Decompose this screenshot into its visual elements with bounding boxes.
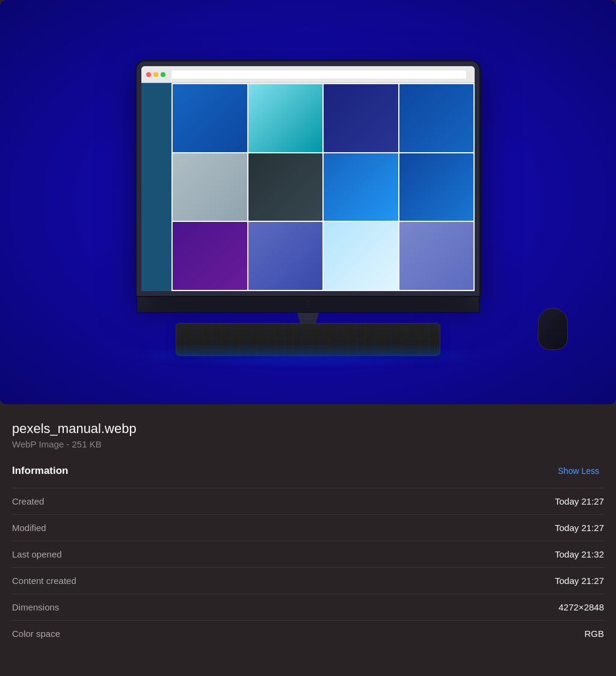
photo-cell-6 (248, 153, 323, 221)
info-section: pexels_manual.webp WebP Image - 251 KB I… (0, 404, 616, 659)
imac-chin:  (137, 296, 479, 313)
info-table: Created Today 21:27 Modified Today 21:27… (12, 488, 604, 647)
info-value: Today 21:27 (347, 515, 604, 541)
table-row: Color space RGB (12, 621, 604, 647)
table-row: Modified Today 21:27 (12, 515, 604, 541)
browser-sidebar (141, 83, 171, 291)
photo-cell-1 (173, 84, 247, 152)
info-label: Content created (12, 568, 347, 594)
info-section-title: Information (12, 465, 69, 477)
photo-cell-3 (324, 84, 398, 152)
monitor-screen (141, 66, 475, 291)
window-maximize-dot (161, 72, 165, 77)
table-row: Dimensions 4272×2848 (12, 594, 604, 621)
browser-bar (141, 66, 475, 83)
browser-url-bar (171, 70, 466, 79)
keyboard-glow (176, 343, 440, 355)
photo-cell-5 (173, 153, 247, 221)
photo-cell-2 (248, 84, 323, 152)
photo-cell-8 (399, 153, 474, 221)
photo-grid (171, 83, 475, 291)
window-close-dot (146, 72, 151, 77)
photo-cell-7 (324, 153, 398, 221)
mouse (538, 308, 568, 350)
file-type: WebP Image - 251 KB (12, 439, 604, 449)
imac-monitor (137, 61, 479, 296)
table-row: Content created Today 21:27 (12, 568, 604, 594)
info-label: Color space (12, 621, 347, 647)
info-value: RGB (347, 621, 604, 647)
image-preview:  (0, 0, 616, 404)
keyboard (176, 323, 440, 356)
apple-logo-icon:  (306, 299, 310, 310)
photo-cell-4 (399, 84, 474, 152)
info-label: Last opened (12, 541, 347, 568)
photo-cell-12 (399, 222, 474, 290)
info-label: Dimensions (12, 594, 347, 621)
info-value: Today 21:32 (347, 541, 604, 568)
info-header: Information Show Less (12, 464, 604, 478)
info-value: Today 21:27 (347, 488, 604, 515)
table-row: Created Today 21:27 (12, 488, 604, 515)
photo-cell-10 (248, 222, 323, 290)
imac-illustration:  (137, 61, 479, 343)
browser-content (141, 83, 475, 291)
info-label: Created (12, 488, 347, 515)
window-minimize-dot (153, 72, 158, 77)
table-row: Last opened Today 21:32 (12, 541, 604, 568)
show-less-button[interactable]: Show Less (553, 464, 604, 478)
info-value: Today 21:27 (347, 568, 604, 594)
info-label: Modified (12, 515, 347, 541)
photo-cell-11 (324, 222, 398, 290)
file-name: pexels_manual.webp (12, 421, 604, 437)
info-value: 4272×2848 (347, 594, 604, 621)
photo-cell-9 (173, 222, 247, 290)
